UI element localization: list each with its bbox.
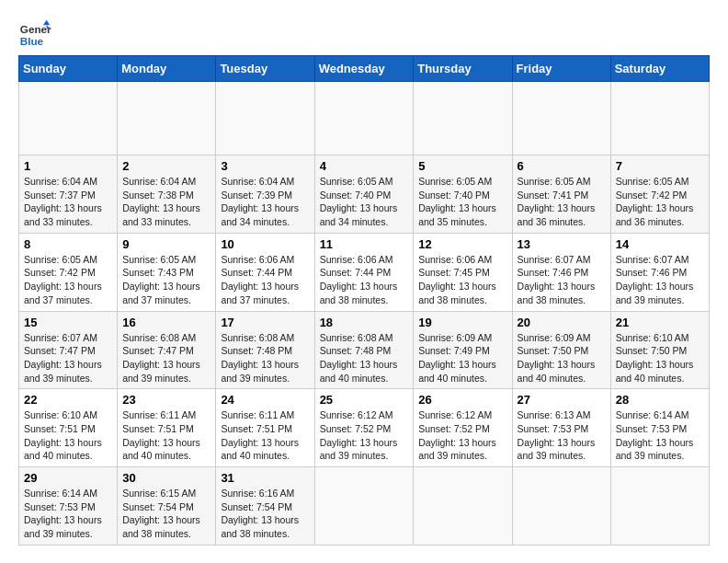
calendar-cell: 19Sunrise: 6:09 AMSunset: 7:49 PMDayligh… xyxy=(414,311,512,389)
calendar-cell: 8Sunrise: 6:05 AMSunset: 7:42 PMDaylight… xyxy=(19,233,118,311)
day-number: 4 xyxy=(320,159,409,173)
calendar-cell: 22Sunrise: 6:10 AMSunset: 7:51 PMDayligh… xyxy=(19,389,118,467)
calendar-cell: 23Sunrise: 6:11 AMSunset: 7:51 PMDayligh… xyxy=(118,389,216,467)
day-number: 12 xyxy=(418,237,506,251)
day-header-monday: Monday xyxy=(118,56,216,82)
day-number: 21 xyxy=(616,316,704,329)
calendar-week-1: 1Sunrise: 6:04 AMSunset: 7:37 PMDaylight… xyxy=(19,155,710,234)
day-number: 22 xyxy=(24,393,112,407)
calendar-cell: 16Sunrise: 6:08 AMSunset: 7:47 PMDayligh… xyxy=(118,311,216,389)
calendar-cell: 24Sunrise: 6:11 AMSunset: 7:51 PMDayligh… xyxy=(216,389,314,467)
calendar-cell: 11Sunrise: 6:06 AMSunset: 7:44 PMDayligh… xyxy=(314,233,414,311)
day-number: 26 xyxy=(418,393,506,407)
day-header-thursday: Thursday xyxy=(414,56,512,82)
day-info: Sunrise: 6:15 AMSunset: 7:54 PMDaylight:… xyxy=(122,487,210,541)
day-header-friday: Friday xyxy=(512,56,610,82)
day-number: 25 xyxy=(320,393,409,407)
day-info: Sunrise: 6:12 AMSunset: 7:52 PMDaylight:… xyxy=(418,408,506,463)
day-info: Sunrise: 6:08 AMSunset: 7:48 PMDaylight:… xyxy=(221,331,309,385)
calendar-cell xyxy=(118,82,216,155)
calendar-table: SundayMondayTuesdayWednesdayThursdayFrid… xyxy=(18,55,710,546)
day-number: 2 xyxy=(122,159,210,173)
day-info: Sunrise: 6:09 AMSunset: 7:49 PMDaylight:… xyxy=(418,331,506,385)
day-number: 29 xyxy=(24,471,112,485)
day-header-tuesday: Tuesday xyxy=(216,56,314,82)
day-number: 19 xyxy=(418,316,506,329)
calendar-week-4: 22Sunrise: 6:10 AMSunset: 7:51 PMDayligh… xyxy=(19,389,710,467)
day-info: Sunrise: 6:11 AMSunset: 7:51 PMDaylight:… xyxy=(221,408,309,463)
day-number: 16 xyxy=(122,316,210,329)
day-number: 5 xyxy=(418,159,506,173)
calendar-body: 1Sunrise: 6:04 AMSunset: 7:37 PMDaylight… xyxy=(19,82,710,546)
svg-text:Blue: Blue xyxy=(20,35,44,47)
calendar-cell: 17Sunrise: 6:08 AMSunset: 7:48 PMDayligh… xyxy=(216,311,314,389)
calendar-cell: 3Sunrise: 6:04 AMSunset: 7:39 PMDaylight… xyxy=(216,155,314,234)
day-info: Sunrise: 6:05 AMSunset: 7:43 PMDaylight:… xyxy=(122,253,210,307)
calendar-cell: 29Sunrise: 6:14 AMSunset: 7:53 PMDayligh… xyxy=(19,467,118,546)
day-number: 31 xyxy=(221,471,309,485)
calendar-cell: 30Sunrise: 6:15 AMSunset: 7:54 PMDayligh… xyxy=(118,467,216,546)
day-info: Sunrise: 6:05 AMSunset: 7:40 PMDaylight:… xyxy=(418,175,506,229)
calendar-week-0 xyxy=(19,82,710,155)
day-info: Sunrise: 6:10 AMSunset: 7:51 PMDaylight:… xyxy=(24,408,112,463)
day-info: Sunrise: 6:08 AMSunset: 7:48 PMDaylight:… xyxy=(320,331,409,385)
calendar-cell: 27Sunrise: 6:13 AMSunset: 7:53 PMDayligh… xyxy=(512,389,610,467)
days-header-row: SundayMondayTuesdayWednesdayThursdayFrid… xyxy=(19,56,710,82)
day-number: 7 xyxy=(616,159,704,173)
day-info: Sunrise: 6:05 AMSunset: 7:42 PMDaylight:… xyxy=(616,175,704,229)
day-number: 6 xyxy=(518,159,606,173)
calendar-cell: 5Sunrise: 6:05 AMSunset: 7:40 PMDaylight… xyxy=(414,155,512,234)
calendar-week-3: 15Sunrise: 6:07 AMSunset: 7:47 PMDayligh… xyxy=(19,311,710,389)
day-number: 10 xyxy=(221,237,309,251)
day-info: Sunrise: 6:06 AMSunset: 7:44 PMDaylight:… xyxy=(320,253,409,307)
day-number: 11 xyxy=(320,237,409,251)
day-info: Sunrise: 6:04 AMSunset: 7:37 PMDaylight:… xyxy=(24,175,112,229)
calendar-week-5: 29Sunrise: 6:14 AMSunset: 7:53 PMDayligh… xyxy=(19,467,710,546)
day-number: 14 xyxy=(616,237,704,251)
day-info: Sunrise: 6:11 AMSunset: 7:51 PMDaylight:… xyxy=(122,408,210,463)
calendar-cell: 31Sunrise: 6:16 AMSunset: 7:54 PMDayligh… xyxy=(216,467,314,546)
day-info: Sunrise: 6:05 AMSunset: 7:42 PMDaylight:… xyxy=(24,253,112,307)
day-header-wednesday: Wednesday xyxy=(314,56,414,82)
calendar-cell xyxy=(314,82,414,155)
day-number: 13 xyxy=(518,237,606,251)
calendar-cell: 15Sunrise: 6:07 AMSunset: 7:47 PMDayligh… xyxy=(19,311,118,389)
day-info: Sunrise: 6:05 AMSunset: 7:40 PMDaylight:… xyxy=(320,175,409,229)
calendar-cell: 12Sunrise: 6:06 AMSunset: 7:45 PMDayligh… xyxy=(414,233,512,311)
day-info: Sunrise: 6:07 AMSunset: 7:46 PMDaylight:… xyxy=(518,253,606,307)
calendar-cell: 1Sunrise: 6:04 AMSunset: 7:37 PMDaylight… xyxy=(19,155,118,234)
day-info: Sunrise: 6:06 AMSunset: 7:44 PMDaylight:… xyxy=(221,253,309,307)
day-info: Sunrise: 6:07 AMSunset: 7:46 PMDaylight:… xyxy=(616,253,704,307)
day-info: Sunrise: 6:08 AMSunset: 7:47 PMDaylight:… xyxy=(122,331,210,385)
day-info: Sunrise: 6:07 AMSunset: 7:47 PMDaylight:… xyxy=(24,331,112,385)
day-number: 17 xyxy=(221,316,309,329)
day-number: 9 xyxy=(122,237,210,251)
calendar-cell: 25Sunrise: 6:12 AMSunset: 7:52 PMDayligh… xyxy=(314,389,414,467)
calendar-cell: 20Sunrise: 6:09 AMSunset: 7:50 PMDayligh… xyxy=(512,311,610,389)
calendar-cell: 26Sunrise: 6:12 AMSunset: 7:52 PMDayligh… xyxy=(414,389,512,467)
calendar-cell: 13Sunrise: 6:07 AMSunset: 7:46 PMDayligh… xyxy=(512,233,610,311)
calendar-cell xyxy=(610,82,709,155)
day-info: Sunrise: 6:13 AMSunset: 7:53 PMDaylight:… xyxy=(518,408,606,463)
day-number: 24 xyxy=(221,393,309,407)
day-info: Sunrise: 6:05 AMSunset: 7:41 PMDaylight:… xyxy=(518,175,606,229)
calendar-cell xyxy=(414,82,512,155)
day-number: 28 xyxy=(616,393,704,407)
day-info: Sunrise: 6:04 AMSunset: 7:38 PMDaylight:… xyxy=(122,175,210,229)
day-number: 8 xyxy=(24,237,112,251)
calendar-cell: 18Sunrise: 6:08 AMSunset: 7:48 PMDayligh… xyxy=(314,311,414,389)
calendar-cell xyxy=(610,467,709,546)
calendar-cell: 6Sunrise: 6:05 AMSunset: 7:41 PMDaylight… xyxy=(512,155,610,234)
calendar-cell xyxy=(512,82,610,155)
day-number: 20 xyxy=(518,316,606,329)
day-number: 1 xyxy=(24,159,112,173)
calendar-cell xyxy=(19,82,118,155)
calendar-cell xyxy=(414,467,512,546)
calendar-cell: 14Sunrise: 6:07 AMSunset: 7:46 PMDayligh… xyxy=(610,233,709,311)
calendar-cell xyxy=(314,467,414,546)
day-header-sunday: Sunday xyxy=(19,56,118,82)
day-number: 3 xyxy=(221,159,309,173)
logo-icon: General Blue xyxy=(18,18,51,52)
day-number: 15 xyxy=(24,316,112,329)
day-number: 23 xyxy=(122,393,210,407)
